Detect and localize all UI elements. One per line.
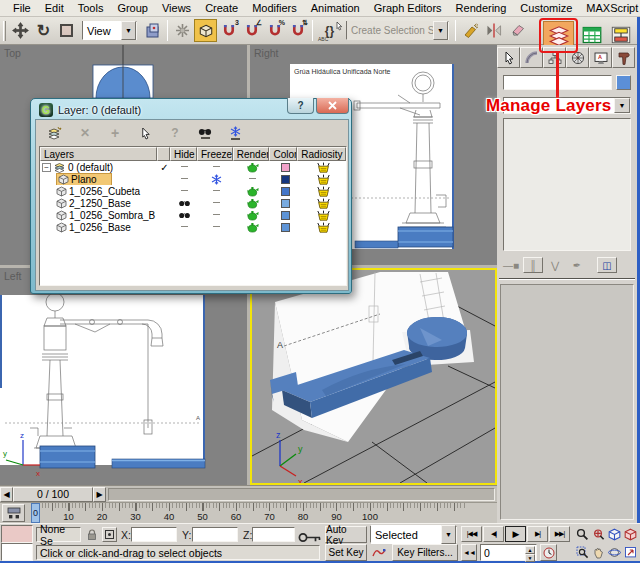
keyboard-override-button[interactable] (194, 19, 217, 42)
layer-row[interactable]: −0 (default)✓ (40, 161, 346, 173)
frame-spinner[interactable]: ▲▼ (525, 546, 535, 559)
current-frame-marker[interactable]: 0 (31, 503, 40, 523)
radiosity-toggle[interactable] (299, 173, 348, 185)
render-toggle[interactable] (234, 197, 271, 209)
render-toggle[interactable] (234, 221, 271, 233)
named-selection-set-dropdown[interactable]: Create Selection Set ▼ (346, 21, 449, 40)
mini-curve-editor-button[interactable] (2, 504, 25, 522)
freeze-toggle[interactable] (198, 185, 234, 197)
previous-frame-button[interactable]: ◀| (483, 526, 504, 542)
time-slider-handle[interactable]: 0 / 100 (13, 487, 93, 502)
layer-dialog-titlebar[interactable]: G Layer: 0 (default) (39, 102, 141, 118)
arc-rotate-button[interactable] (607, 544, 622, 560)
edit-named-selections-button[interactable]: {} ABC (316, 19, 343, 42)
menu-create[interactable]: Create (198, 1, 245, 15)
time-configuration-button[interactable] (540, 544, 557, 561)
hide-toggle[interactable] (171, 173, 198, 185)
menu-animation[interactable]: Animation (304, 1, 367, 15)
menu-maxscript[interactable]: MAXScript (579, 1, 640, 15)
select-scale-button[interactable] (55, 19, 78, 42)
percent-snap-button[interactable]: % (263, 19, 286, 42)
color-cell[interactable] (271, 173, 299, 185)
snap-toggle-button[interactable]: 3 (217, 19, 240, 42)
tab-utilities[interactable] (612, 47, 635, 68)
render-toggle[interactable] (234, 173, 271, 185)
trackbar-ruler[interactable]: 0 102030405060708090100 (28, 503, 497, 524)
z-coordinate-field[interactable] (252, 527, 295, 542)
menu-modifiers[interactable]: Modifiers (245, 1, 304, 15)
layer-row[interactable]: 2_1250_Base (40, 197, 346, 209)
schematic-view-button[interactable] (608, 23, 634, 47)
freeze-toggle[interactable] (198, 173, 234, 185)
current-frame-field[interactable]: 0 ▲▼ (480, 544, 537, 561)
menu-group[interactable]: Group (110, 1, 155, 15)
mirror-button[interactable] (482, 19, 505, 42)
selection-lock-button[interactable] (84, 527, 99, 542)
pin-stack-button[interactable]: —■ (501, 257, 521, 273)
column-header-blank[interactable] (157, 147, 170, 161)
column-header-render[interactable]: Render (233, 147, 270, 161)
go-to-end-button[interactable]: ▶▶| (549, 526, 570, 542)
current-layer-cell[interactable] (158, 173, 171, 185)
layer-dialog[interactable]: G Layer: 0 (default) ? ✕ + ? LayersHideF… (30, 98, 352, 294)
current-layer-cell[interactable] (158, 185, 171, 197)
layer-color-swatch[interactable] (281, 223, 290, 232)
auto-key-button[interactable]: Auto Key (325, 526, 367, 543)
hide-toggle[interactable] (171, 161, 198, 173)
layer-color-swatch[interactable] (281, 163, 290, 172)
tab-create[interactable] (497, 47, 520, 68)
layer-color-swatch[interactable] (281, 211, 290, 220)
zoom-all-button[interactable] (591, 526, 606, 542)
listener-pane[interactable] (1, 543, 33, 561)
column-header-radiosity[interactable]: Radiosity (297, 147, 346, 161)
time-slider-next-button[interactable]: ▶ (93, 487, 106, 502)
hide-toggle[interactable] (171, 197, 198, 209)
key-mode-toggle-button[interactable]: ◄◄ (461, 544, 477, 561)
layer-row[interactable]: Plano (40, 173, 346, 185)
column-header-freeze[interactable]: Freeze (197, 147, 233, 161)
dialog-help-button[interactable]: ? (287, 98, 314, 114)
create-new-layer-button[interactable] (46, 124, 64, 142)
dropdown-arrow-icon[interactable]: ▼ (614, 98, 630, 113)
select-rotate-button[interactable]: ↻ (32, 19, 55, 42)
current-layer-cell[interactable] (158, 209, 171, 221)
add-to-layer-button[interactable]: + (106, 124, 124, 142)
curve-editor-button[interactable] (580, 23, 604, 47)
quick-align-tool-button[interactable] (459, 19, 482, 42)
default-tangent-button[interactable] (370, 544, 388, 561)
layer-row[interactable]: 1_0256_Sombra_B (40, 209, 346, 221)
zoom-button[interactable] (575, 526, 590, 542)
render-toggle[interactable] (234, 161, 271, 173)
zoom-extents-button[interactable] (607, 526, 622, 542)
select-layer-objects-button[interactable] (136, 124, 154, 142)
go-to-start-button[interactable]: |◀◀ (461, 526, 482, 542)
freeze-toggle[interactable] (198, 161, 234, 173)
layer-table-empty-area[interactable] (40, 233, 346, 285)
dropdown-arrow-icon[interactable]: ▼ (441, 525, 456, 544)
column-header-layers[interactable]: Layers (40, 147, 157, 161)
menu-graph-editors[interactable]: Graph Editors (367, 1, 449, 15)
set-key-button[interactable]: Set Key (325, 544, 367, 561)
spinner-down-icon[interactable]: ▼ (525, 554, 535, 562)
menu-views[interactable]: Views (155, 1, 198, 15)
layer-color-swatch[interactable] (281, 199, 290, 208)
current-layer-cell[interactable]: ✓ (158, 161, 171, 173)
layer-color-swatch[interactable] (281, 175, 290, 184)
layer-color-swatch[interactable] (281, 187, 290, 196)
layer-row[interactable]: 1_0256_Base (40, 221, 346, 233)
reference-coordinate-dropdown[interactable]: View ▼ (82, 21, 137, 40)
region-zoom-button[interactable] (575, 544, 590, 560)
hide-toggle[interactable] (171, 209, 198, 221)
color-cell[interactable] (271, 209, 299, 221)
freeze-toggle[interactable] (198, 197, 234, 209)
dropdown-arrow-icon[interactable]: ▼ (121, 21, 136, 40)
macro-recorder-pane[interactable] (1, 525, 33, 543)
use-center-button[interactable] (141, 19, 164, 42)
freeze-toggle-button[interactable] (226, 124, 244, 142)
hide-toggle[interactable] (171, 221, 198, 233)
radiosity-toggle[interactable] (299, 161, 348, 173)
key-selection-dropdown[interactable]: Selected ▼ (370, 526, 457, 543)
min-max-toggle-button[interactable] (623, 544, 638, 560)
current-layer-cell[interactable] (158, 221, 171, 233)
time-slider-prev-button[interactable]: ◀ (0, 487, 13, 502)
